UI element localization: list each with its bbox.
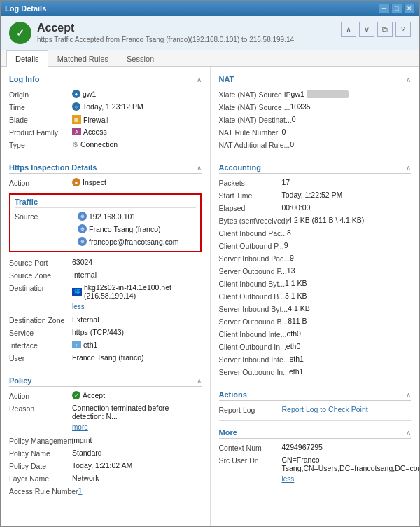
policy-title: Policy: [9, 376, 31, 385]
log-info-toggle[interactable]: ∧: [197, 76, 202, 83]
nat-toggle[interactable]: ∧: [406, 76, 411, 83]
src-user-dn-value: CN=Franco Tsang,CN=Users,DC=francotsang,…: [282, 456, 420, 472]
title-bar-controls: ─ □ ✕: [379, 4, 415, 13]
source-email-value: ⊕ francopc@francotsang.com: [78, 237, 196, 246]
destination-label: Destination: [9, 283, 72, 292]
accounting-toggle[interactable]: ∧: [406, 164, 411, 172]
report-log-value[interactable]: Report Log to Check Point: [282, 405, 412, 413]
tab-session[interactable]: Session: [118, 50, 163, 67]
policy-toggle[interactable]: ∧: [197, 377, 202, 385]
field-xlate-source-ip: Xlate (NAT) Source IP gw1: [219, 88, 412, 101]
nat-rule-value: 0: [282, 128, 412, 136]
copy-button[interactable]: ⧉: [377, 22, 393, 37]
source-name-label: [15, 224, 78, 225]
globe-icon-user: ⊕: [78, 224, 87, 233]
window: Log Details ─ □ ✕ ✓ Accept https Traffic…: [0, 0, 420, 527]
log-info-title: Log Info: [9, 75, 39, 83]
field-server-outbound-b: Server Outbound B... 811 B: [219, 315, 412, 328]
more-title: More: [219, 428, 237, 437]
header-controls: ∧ ∨ ⧉ ?: [341, 22, 411, 37]
field-xlate-dest: Xlate (NAT) Destinat... 0: [219, 114, 412, 126]
policy-date-label: Policy Date: [9, 461, 72, 470]
reason-label: Reason: [9, 404, 72, 413]
blade-label: Blade: [9, 115, 72, 124]
elapsed-label: Elapsed: [219, 203, 282, 212]
next-button[interactable]: ∨: [359, 22, 374, 37]
actions-toggle[interactable]: ∧: [406, 391, 411, 399]
field-policy-name: Policy Name Standard: [9, 447, 202, 460]
minimize-button[interactable]: ─: [379, 4, 390, 13]
close-button[interactable]: ✕: [404, 4, 415, 13]
title-bar: Log Details ─ □ ✕: [1, 1, 419, 16]
field-policy-date: Policy Date Today, 1:21:02 AM: [9, 460, 202, 472]
header-title: Accept: [37, 22, 294, 34]
source-zone-value: Internal: [72, 271, 202, 279]
type-value: ⚙ Connection: [72, 140, 202, 149]
policy-mgmt-label: Policy Management: [9, 436, 74, 445]
service-label: Service: [9, 328, 72, 337]
field-reason-more: more: [9, 422, 202, 434]
field-report-log: Report Log Report Log to Check Point: [219, 404, 412, 416]
field-server-outbound-p: Server Outbound P... 13: [219, 265, 412, 278]
context-num-label: Context Num: [219, 443, 282, 452]
server-inbound-pac-label: Server Inbound Pac...: [219, 254, 290, 263]
blade-icon: ▦: [72, 115, 81, 124]
divider-r2: [219, 383, 412, 383]
src-user-less-link[interactable]: less: [282, 475, 412, 483]
header-left: ✓ Accept https Traffic Accepted from Fra…: [9, 22, 294, 44]
accept-icon-symbol: ✓: [16, 27, 24, 39]
destination-zone-label: Destination Zone: [9, 315, 72, 324]
field-server-outbound-in: Server Outbound In... eth1: [219, 366, 412, 378]
client-inbound-byt-label: Client Inbound Byt...: [219, 279, 286, 288]
more-toggle[interactable]: ∧: [406, 429, 411, 437]
blade-value: ▦ Firewall: [72, 115, 202, 124]
https-inspection-title: Https Inspection Details: [9, 163, 97, 172]
time-label: Time: [9, 102, 72, 111]
flag-icon: 🌐: [72, 288, 82, 296]
https-toggle[interactable]: ∧: [197, 164, 202, 172]
xlate-source-ip-label: Xlate (NAT) Source IP: [219, 90, 291, 99]
reason-more-link[interactable]: more: [72, 423, 202, 431]
field-bytes: Bytes (sent\received) 4.2 KB (811 B \ 4.…: [219, 214, 412, 227]
field-interface: Interface ↑ eth1: [9, 339, 202, 352]
xlate-dest-label: Xlate (NAT) Destinat...: [219, 115, 292, 124]
field-client-inbound-byt: Client Inbound Byt... 1.1 KB: [219, 278, 412, 290]
clock-icon: ○: [72, 102, 80, 111]
client-outbound-in-label: Client Outbound In...: [219, 342, 286, 351]
title-bar-left: Log Details: [5, 4, 46, 13]
product-family-label: Product Family: [9, 128, 72, 137]
policy-header: Policy ∧: [9, 374, 202, 387]
prev-button[interactable]: ∧: [341, 22, 356, 37]
bytes-value: 4.2 KB (811 B \ 4.1 KB): [288, 216, 411, 224]
server-inbound-pac-value: 9: [290, 254, 411, 262]
policy-name-label: Policy Name: [9, 449, 72, 458]
tab-matched-rules[interactable]: Matched Rules: [48, 50, 118, 67]
actions-header: Actions ∧: [219, 388, 412, 401]
maximize-button[interactable]: □: [391, 4, 402, 13]
globe-icon-email: ⊕: [78, 237, 87, 246]
action-inspect-value: ● Inspect: [72, 178, 202, 186]
field-reason: Reason Connection terminated before dete…: [9, 402, 202, 422]
access-rule-value[interactable]: 1: [78, 486, 202, 495]
tab-details[interactable]: Details: [6, 50, 48, 67]
client-inbound-pac-label: Client Inbound Pac...: [219, 228, 287, 238]
dest-less-label: [9, 303, 72, 303]
divider-r3: [219, 420, 412, 421]
reason-value: Connection terminated before detection: …: [72, 404, 202, 420]
xlate-source-label: Xlate (NAT) Source ...: [219, 102, 290, 111]
field-policy-action: Action ✓ Accept: [9, 390, 202, 402]
dest-less-link[interactable]: less: [72, 303, 202, 310]
source-email-label: [15, 237, 78, 238]
field-time: Time ○ Today, 1:23:12 PM: [9, 101, 202, 114]
src-user-less-label: [219, 475, 282, 476]
origin-label: Origin: [9, 90, 72, 99]
policy-mgmt-value: mgmt: [74, 436, 201, 444]
divider-r1: [219, 156, 412, 156]
client-outbound-b-value: 3.1 KB: [285, 292, 411, 300]
help-button[interactable]: ?: [396, 22, 411, 37]
nat-rule-label: NAT Rule Number: [219, 128, 282, 137]
xlate-source-ip-value: gw1: [291, 90, 411, 98]
field-start-time: Start Time Today, 1:22:52 PM: [219, 189, 412, 202]
field-layer-name: Layer Name Network: [9, 472, 202, 485]
policy-name-value: Standard: [72, 449, 202, 457]
